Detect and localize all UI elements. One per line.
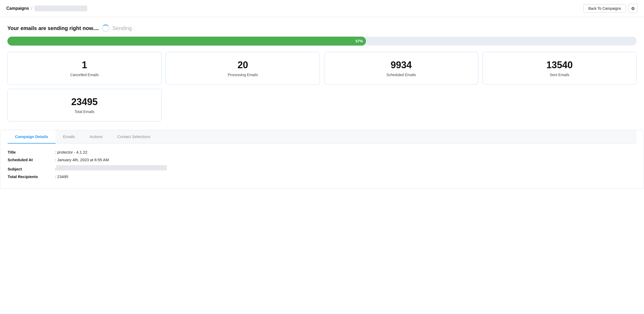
detail-row: Title: protector - 4.1.22 xyxy=(8,150,636,154)
tabs-section: Campaign Details Emails Actions Contact … xyxy=(0,130,644,189)
campaign-details-content: Title: protector - 4.1.22Scheduled At: J… xyxy=(8,144,636,188)
stat-card-sent: 13540 Sent Emails xyxy=(482,52,637,85)
header-actions: Back To Campaigns ⚙ xyxy=(583,4,638,13)
detail-row: Subject: xyxy=(8,165,636,171)
cancelled-label: Cancelled Emails xyxy=(70,73,99,77)
detail-row: Scheduled At: January 4th, 2023 at 6:55 … xyxy=(8,158,636,162)
cancelled-count: 1 xyxy=(82,60,87,71)
tabs-bar: Campaign Details Emails Actions Contact … xyxy=(8,130,636,144)
breadcrumb-current-campaign xyxy=(35,6,87,11)
scheduled-count: 9934 xyxy=(391,60,412,71)
detail-key: Total Recipients xyxy=(8,174,55,179)
progress-label: 57% xyxy=(355,39,363,43)
stats-grid-row1: 1 Cancelled Emails 20 Processing Emails … xyxy=(7,52,637,85)
stat-card-cancelled: 1 Cancelled Emails xyxy=(7,52,162,85)
processing-count: 20 xyxy=(237,60,248,71)
stat-card-total: 23495 Total Emails xyxy=(7,89,162,121)
settings-button[interactable]: ⚙ xyxy=(628,4,638,13)
detail-value: : protector - 4.1.22 xyxy=(55,150,87,154)
back-to-campaigns-button[interactable]: Back To Campaigns xyxy=(583,4,626,13)
gear-icon: ⚙ xyxy=(631,6,635,11)
tab-contact-selections[interactable]: Contact Selections xyxy=(110,130,158,144)
detail-value: : January 4th, 2023 at 6:55 AM xyxy=(55,158,109,162)
sending-status-text: Your emails are sending right now.... xyxy=(7,25,99,31)
header: Campaigns / Back To Campaigns ⚙ xyxy=(0,0,644,17)
sending-status-row: Your emails are sending right now.... Se… xyxy=(7,24,637,32)
scheduled-label: Scheduled Emails xyxy=(386,73,416,77)
breadcrumb-campaigns[interactable]: Campaigns xyxy=(6,6,29,11)
progress-bar-container: 57% xyxy=(7,37,637,46)
stat-card-scheduled: 9934 Scheduled Emails xyxy=(324,52,478,85)
progress-bar-fill: 57% xyxy=(7,37,366,46)
stats-grid-row2: 23495 Total Emails xyxy=(7,89,637,121)
detail-row: Total Recipients: 23495 xyxy=(8,174,636,179)
tab-campaign-details[interactable]: Campaign Details xyxy=(8,130,56,144)
sending-label: Sending xyxy=(113,25,132,31)
processing-label: Processing Emails xyxy=(228,73,258,77)
total-label: Total Emails xyxy=(75,110,94,114)
detail-key: Subject xyxy=(8,167,55,171)
breadcrumb-separator: / xyxy=(31,6,32,11)
loading-spinner xyxy=(102,24,109,32)
total-count: 23495 xyxy=(71,96,97,107)
main-content: Your emails are sending right now.... Se… xyxy=(0,17,644,189)
tab-actions[interactable]: Actions xyxy=(82,130,110,144)
detail-value-redacted xyxy=(56,165,167,170)
breadcrumb: Campaigns / xyxy=(6,6,87,11)
detail-value: : 23495 xyxy=(55,174,68,179)
detail-key: Scheduled At xyxy=(8,158,55,162)
detail-key: Title xyxy=(8,150,55,154)
stat-card-processing: 20 Processing Emails xyxy=(166,52,320,85)
sent-count: 13540 xyxy=(546,60,573,71)
tab-emails[interactable]: Emails xyxy=(56,130,82,144)
sent-label: Sent Emails xyxy=(550,73,569,77)
